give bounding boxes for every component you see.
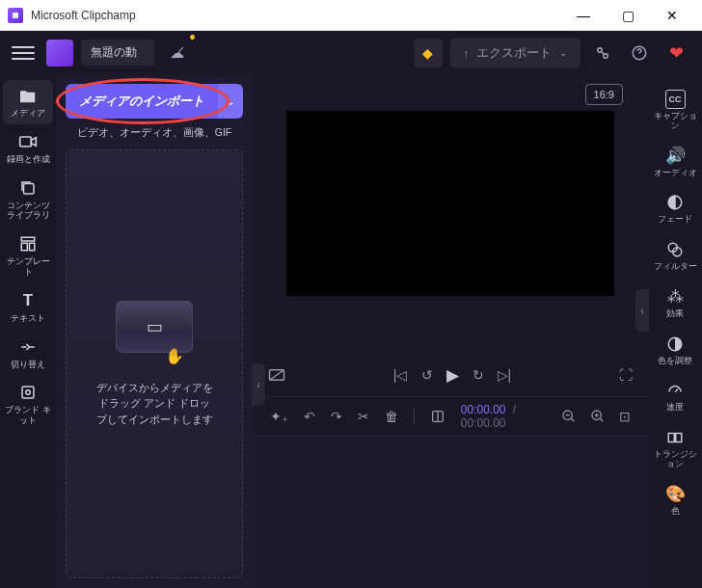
speaker-icon: 🔊 [665,147,686,166]
video-canvas[interactable] [286,111,614,296]
zoom-out-button[interactable] [561,409,577,424]
diamond-icon: ◆ [422,45,433,61]
library-icon [19,178,37,198]
svg-rect-20 [676,434,682,442]
timecode: 00:00.00 / 00:00.00 [461,403,546,430]
brand-nav-icon [19,383,37,402]
skip-end-button[interactable]: ▷| [498,367,512,383]
nav-record[interactable]: 録画と作成 [3,126,53,171]
svg-rect-19 [668,434,674,442]
skip-start-button[interactable]: |◁ [393,367,408,383]
right-nav: CCキャプション 🔊オーディオ フェード フィルター ⁂効果 色を調整 速度 ト… [648,74,702,588]
timeline-toolbar: ✦₊ ↶ ↷ ✂ 🗑 00:00.00 / 00:00.00 ⊡ [253,396,648,435]
cut-button[interactable]: ✂ [358,409,369,424]
premium-button[interactable]: ◆ [414,39,443,67]
export-button[interactable]: ↑ エクスポート ⌄ [450,38,581,68]
brand-icon [46,40,73,67]
r-rtrans[interactable]: トランジション [651,422,699,475]
window-minimize-button[interactable]: — [561,0,606,31]
r-captions[interactable]: CCキャプション [651,84,699,137]
chevron-down-icon: ⌄ [559,47,567,58]
media-subtitle: ビデオ、オーディオ、画像、GIF [66,126,243,140]
export-label: エクスポート [476,44,552,62]
filter-icon [666,240,684,259]
split-button[interactable] [430,409,446,424]
playback-controls: |◁ ↺ ▶ ↻ ▷| ⛶ [253,354,648,396]
hide-preview-icon[interactable] [268,368,285,382]
svg-point-2 [604,53,608,58]
forward-button[interactable]: ↻ [472,367,484,383]
delete-button[interactable]: 🗑 [385,409,398,424]
svg-point-1 [598,47,603,52]
undo-button[interactable]: ↶ [304,409,315,424]
zoom-fit-button[interactable]: ⊡ [619,409,631,424]
window-close-button[interactable]: ✕ [650,0,694,31]
r-speed[interactable]: 速度 [651,375,699,418]
svg-rect-9 [22,387,34,398]
r-palette[interactable]: 🎨色 [651,479,699,522]
template-icon [19,234,37,254]
svg-rect-7 [21,243,27,251]
rewind-button[interactable]: ↺ [421,367,433,383]
nav-templates[interactable]: テンプレート [3,228,53,283]
preview-area: 16:9 [253,74,648,354]
text-icon: T [23,291,33,310]
redo-button[interactable]: ↷ [331,409,342,424]
svg-rect-4 [20,137,32,147]
hand-icon: ✋ [165,347,184,365]
svg-rect-6 [21,237,35,241]
magic-button[interactable]: ✦₊ [270,409,288,424]
cc-icon: CC [665,90,686,109]
titlebar: Microsoft Clipchamp — ▢ ✕ [0,0,702,31]
nav-media[interactable]: メディア [3,80,53,124]
folder-icon [18,86,38,105]
collapse-right-button[interactable]: ‹ [635,289,649,332]
help-button[interactable] [625,39,654,67]
nav-brand[interactable]: ブランド キット [3,377,53,432]
rtransition-icon [666,428,684,447]
fullscreen-button[interactable]: ⛶ [619,367,633,383]
wand-icon: ⁂ [667,287,684,307]
left-nav: メディア 録画と作成 コンテンツ ライブラリ テンプレート T テキスト 切り替… [0,74,56,588]
speed-icon [666,381,684,400]
window-maximize-button[interactable]: ▢ [606,0,650,31]
upload-icon: ↑ [464,47,470,59]
fade-icon [666,193,684,212]
app-title: Microsoft Clipchamp [31,9,136,22]
nav-text[interactable]: T テキスト [3,285,53,330]
center-column: ‹ 16:9 |◁ ↺ ▶ ↻ ▷| ⛶ ✦₊ ↶ [253,74,648,588]
nav-transition[interactable]: 切り替え [3,332,53,376]
favorite-button[interactable]: ❤ [662,39,690,67]
app-toolbar: 無題の動 ☁̸ ◆ ↑ エクスポート ⌄ ❤ [0,31,702,74]
transition-icon [19,337,37,357]
app-icon [8,8,23,23]
nav-library[interactable]: コンテンツ ライブラリ [3,173,53,227]
adjust-icon [666,334,684,354]
play-button[interactable]: ▶ [446,365,459,386]
import-dropdown-button[interactable]: ⌄ [218,84,243,119]
project-name-input[interactable]: 無題の動 [81,40,154,66]
zoom-in-button[interactable] [590,409,606,424]
r-fade[interactable]: フェード [651,187,699,230]
r-effects[interactable]: ⁂効果 [651,281,699,325]
collapse-left-button[interactable]: ‹ [252,363,265,406]
media-panel: メディアのインポート ⌄ ビデオ、オーディオ、画像、GIF ▭ ✋ デバイスから… [56,74,253,588]
camera-icon [18,132,38,151]
menu-button[interactable] [12,41,35,65]
svg-rect-8 [30,243,35,251]
palette-icon: 🎨 [665,485,686,504]
svg-point-10 [26,390,31,395]
media-drop-zone[interactable]: ▭ ✋ デバイスからメディアを ドラッグ アンド ドロッ プしてインポートします [66,149,243,578]
sync-off-icon[interactable]: ☁̸ [162,39,191,67]
film-icon: ▭ [147,316,163,337]
r-filter[interactable]: フィルター [651,234,699,278]
drop-text: デバイスからメディアを ドラッグ アンド ドロッ プしてインポートします [96,380,213,428]
drop-thumbnail: ▭ ✋ [116,301,193,353]
timeline-track-area[interactable] [253,435,648,588]
import-media-button[interactable]: メディアのインポート [66,84,218,119]
r-color[interactable]: 色を調整 [651,329,699,372]
settings-link-icon[interactable] [588,39,617,67]
r-audio[interactable]: 🔊オーディオ [651,141,699,184]
aspect-ratio-button[interactable]: 16:9 [585,84,623,105]
svg-rect-5 [24,183,35,194]
